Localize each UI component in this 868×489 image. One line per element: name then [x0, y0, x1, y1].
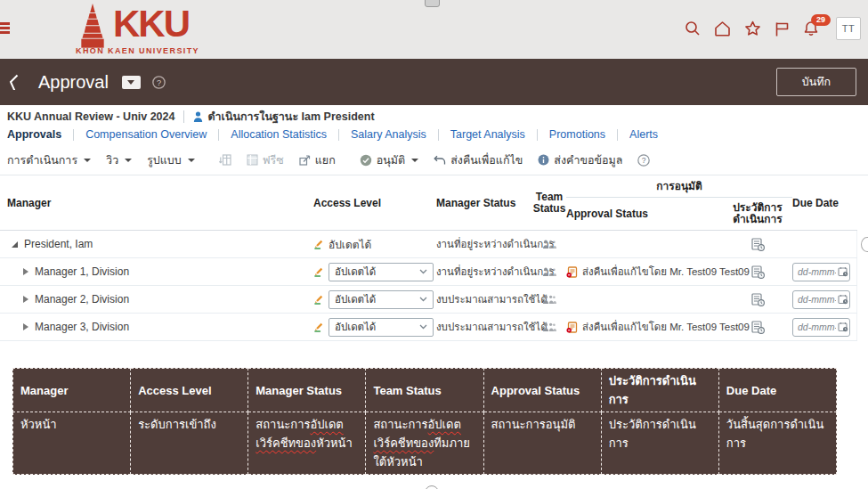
glossary-cell: ประวัติการดำเนินการ: [601, 412, 718, 475]
returned-status-icon: [566, 322, 578, 333]
action-history-icon[interactable]: [751, 293, 765, 306]
tab-allocation-statistics[interactable]: Allocation Statistics: [231, 128, 327, 141]
glossary-header: Approval Status: [483, 369, 601, 412]
back-button[interactable]: [9, 74, 19, 90]
detach-button[interactable]: แยก: [299, 151, 336, 169]
team-status-icon: [542, 240, 556, 249]
returned-status-icon: [566, 266, 578, 278]
chevron-down-icon: [419, 297, 427, 302]
context-bar: KKU Annual Review - Univ 2024 ดำเนินการใ…: [0, 109, 868, 125]
column-header-team-status: Team Status: [532, 175, 566, 230]
collapse-caret-icon[interactable]: [23, 296, 28, 303]
view-menu[interactable]: วิว: [106, 151, 132, 169]
approve-button[interactable]: อนุมัติ: [360, 151, 418, 169]
collapse-caret-icon[interactable]: [23, 323, 28, 330]
glossary-cell: สถานะการอนุมัติ: [483, 412, 601, 475]
tab-alerts[interactable]: Alerts: [629, 128, 658, 141]
table-row: President, Iam อัปเดตได้ งานที่อยู่ระหว่…: [0, 231, 857, 258]
column-header-manager-status: Manager Status: [436, 175, 532, 230]
glossary-header: Manager: [13, 369, 131, 412]
kku-logo-subtext: KHON KAEN UNIVERSITY: [76, 46, 199, 55]
tab-salary-analysis[interactable]: Salary Analysis: [351, 128, 426, 141]
announcements-flag-icon[interactable]: [775, 21, 790, 37]
search-icon[interactable]: [685, 20, 701, 37]
go-to-top-icon: [219, 154, 231, 166]
top-edge-artifact: [425, 0, 440, 7]
top-app-bar: KKU KHON KAEN UNIVERSITY 29 TT: [0, 0, 868, 59]
action-history-icon[interactable]: [751, 265, 765, 279]
toolbar-help-icon[interactable]: ?: [637, 154, 650, 167]
team-status-icon: [542, 295, 556, 305]
kku-logo-text: KKU: [113, 4, 189, 45]
hamburger-menu-icon[interactable]: [0, 22, 11, 37]
column-header-access-level: Access Level: [313, 175, 436, 230]
tab-approvals[interactable]: Approvals: [7, 128, 61, 141]
column-header-approval-status: Approval Status: [566, 198, 723, 229]
edit-pencil-icon: [313, 294, 324, 305]
tab-compensation-overview[interactable]: Compensation Overview: [85, 128, 207, 141]
right-edge-artifact: [861, 237, 868, 252]
notifications-bell-icon[interactable]: 29: [803, 20, 819, 37]
glossary-cell: หัวหน้า: [13, 412, 131, 475]
global-header-icons: 29 TT: [685, 17, 861, 40]
access-level-select[interactable]: อัปเดตได้: [329, 263, 434, 281]
due-date-input[interactable]: [792, 263, 850, 281]
approval-group-label: การอนุมัติ: [566, 175, 792, 198]
glossary-header: Team Status: [366, 369, 483, 412]
action-history-icon[interactable]: [751, 321, 765, 334]
svg-text:?: ?: [642, 156, 646, 165]
manager-name: Manager 3, Division: [35, 321, 129, 333]
request-information-button[interactable]: ส่งคำขอข้อมูล: [538, 151, 622, 169]
bottom-edge-artifact: [425, 485, 439, 489]
chevron-down-icon: [419, 324, 427, 330]
access-level-value: อัปเดตได้: [329, 236, 371, 253]
team-status-icon: [542, 322, 556, 332]
glossary-table: Manager Access Level Manager Status Team…: [12, 368, 837, 475]
review-plan-name: KKU Annual Review - Univ 2024: [7, 110, 174, 123]
due-date-input[interactable]: [792, 318, 850, 337]
user-avatar[interactable]: TT: [836, 17, 861, 40]
manager-status-value: งบประมาณสามารถใช้ได้: [436, 319, 548, 335]
person-icon: [193, 111, 203, 122]
tab-promotions[interactable]: Promotions: [549, 128, 605, 141]
context-divider: [183, 110, 184, 123]
manager-name: Manager 2, Division: [35, 293, 129, 306]
acting-as-label: ดำเนินการในฐานะ Iam President: [207, 108, 374, 126]
column-header-manager: Manager: [0, 175, 313, 230]
glossary-definition-row: หัวหน้า ระดับการเข้าถึง สถานะการอัปเดตเว…: [13, 412, 837, 475]
favorites-star-icon[interactable]: [744, 20, 761, 37]
notification-count-badge: 29: [811, 14, 831, 26]
action-history-icon[interactable]: [751, 238, 765, 251]
grid-header-row: Manager Access Level Manager Status Team…: [0, 175, 857, 231]
column-header-due-date: Due Date: [792, 175, 857, 230]
kku-logo[interactable]: KKU: [75, 4, 189, 48]
glossary-cell: ระดับการเข้าถึง: [131, 412, 248, 475]
glossary-header: ประวัติการดำเนินการ: [601, 369, 718, 412]
edit-pencil-icon: [313, 322, 324, 332]
access-level-select[interactable]: อัปเดตได้: [329, 290, 434, 309]
manager-name: President, Iam: [24, 238, 93, 250]
expand-caret-icon[interactable]: [12, 241, 18, 248]
save-button[interactable]: บันทึก: [776, 68, 856, 96]
collapse-caret-icon[interactable]: [23, 268, 28, 275]
glossary-header: Access Level: [131, 369, 248, 412]
edit-pencil-icon: [313, 239, 324, 249]
due-date-input[interactable]: [792, 290, 850, 309]
kku-tower-icon: [75, 4, 110, 48]
return-for-correction-button[interactable]: ส่งคืนเพื่อแก้ไข: [434, 151, 523, 169]
actions-menu[interactable]: การดำเนินการ: [7, 151, 91, 169]
glossary-cell: สถานะการอัปเดตเวิร์คชีทของทีมภายใต้หัวหน…: [366, 412, 483, 475]
home-icon[interactable]: [714, 20, 731, 37]
glossary-cell: วันสิ้นสุดการดำเนินการ: [718, 412, 836, 475]
page-title: Approval: [38, 72, 109, 93]
tab-target-analysis[interactable]: Target Analysis: [450, 128, 525, 141]
table-row: Manager 1, Division อัปเดตได้ งานที่อยู่…: [0, 258, 857, 286]
page-dropdown-icon[interactable]: [122, 76, 141, 89]
svg-text:?: ?: [157, 77, 161, 86]
access-level-select[interactable]: อัปเดตได้: [329, 318, 434, 337]
glossary-header: Manager Status: [248, 369, 366, 412]
tab-bar: Approvals Compensation Overview Allocati…: [0, 126, 658, 143]
format-menu[interactable]: รูปแบบ: [147, 151, 195, 169]
title-help-icon[interactable]: ?: [152, 76, 166, 89]
approval-page: KKU KHON KAEN UNIVERSITY 29 TT: [0, 0, 868, 489]
